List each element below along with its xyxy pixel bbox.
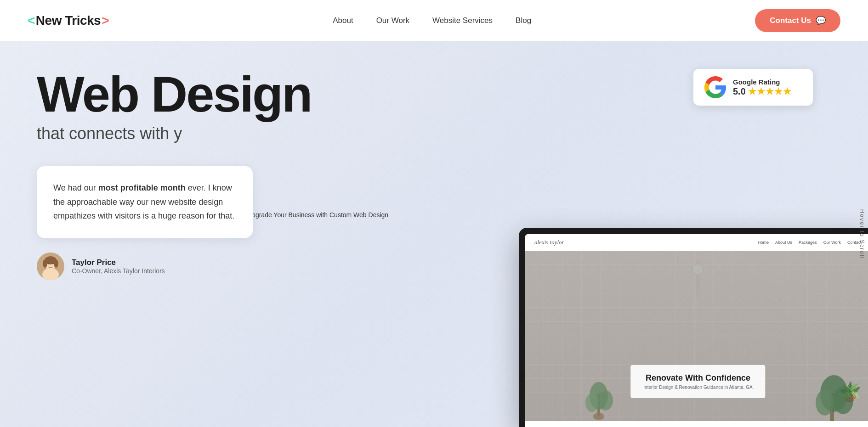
nav-about[interactable]: About <box>333 16 353 25</box>
svg-point-14 <box>598 390 613 410</box>
hero-title: Web Design <box>37 69 404 119</box>
laptop-frame: alexis taylor Home About Us Packages Our… <box>519 228 868 427</box>
chat-icon: 💬 <box>816 16 826 26</box>
mock-nav: Home About Us Packages Our Work Contact <box>758 240 862 245</box>
star-rating: ★★★★★ <box>748 86 792 96</box>
logo-bracket-right: > <box>102 13 109 28</box>
svg-point-20 <box>692 264 703 275</box>
svg-point-18 <box>833 387 853 414</box>
svg-point-13 <box>585 393 598 412</box>
hero-section: Google Rating 5.0 ★★★★★ Web Design that … <box>0 41 868 427</box>
testimonial-text-bold: most profitable month <box>98 183 186 192</box>
hover-scroll-label: Hover to Scroll <box>856 205 868 264</box>
mock-hero-area: Renovate With Confidence Interior Design… <box>525 251 868 421</box>
mock-logo: alexis taylor <box>534 239 564 246</box>
contact-button-label: Contact Us <box>770 16 811 25</box>
testimonial-card: We had our most profitable month ever. I… <box>37 166 253 238</box>
plant-right <box>811 348 857 421</box>
author-avatar <box>37 253 64 280</box>
author-title: Co-Owner, Alexis Taylor Interiors <box>72 267 165 275</box>
navbar: < New Tricks > About Our Work Website Se… <box>0 0 868 41</box>
testimonial-text-normal: We had our <box>53 183 98 192</box>
nav-our-work[interactable]: Our Work <box>376 16 409 25</box>
mock-cta-box: Renovate With Confidence Interior Design… <box>630 365 765 398</box>
hero-subtitle: that connects with y <box>37 124 831 143</box>
svg-point-5 <box>54 259 58 268</box>
mock-site-nav: alexis taylor Home About Us Packages Our… <box>525 234 868 251</box>
mock-cta-sub: Interior Design & Renovation Guidance in… <box>643 385 752 390</box>
plant-left <box>580 357 617 421</box>
logo-text: New Tricks <box>36 13 101 28</box>
mock-nav-home: Home <box>758 240 769 245</box>
rating-label: Google Rating <box>733 78 792 86</box>
svg-point-4 <box>43 259 47 268</box>
logo[interactable]: < New Tricks > <box>28 13 109 28</box>
mock-nav-packages: Packages <box>799 240 817 245</box>
author-info: Taylor Price Co-Owner, Alexis Taylor Int… <box>72 258 165 275</box>
nav-blog[interactable]: Blog <box>516 16 531 25</box>
laptop-screen: alexis taylor Home About Us Packages Our… <box>525 234 868 427</box>
laptop-mockup: alexis taylor Home About Us Packages Our… <box>519 228 868 427</box>
logo-bracket-left: < <box>28 13 35 28</box>
mock-cta-title: Renovate With Confidence <box>643 373 752 383</box>
mock-nav-work: Our Work <box>823 240 841 245</box>
svg-point-6 <box>48 263 49 264</box>
mock-nav-about: About Us <box>775 240 792 245</box>
contact-button[interactable]: Contact Us 💬 <box>755 9 840 32</box>
rating-score: 5.0 ★★★★★ <box>733 86 792 97</box>
svg-point-17 <box>816 390 834 416</box>
rating-text: Google Rating 5.0 ★★★★★ <box>733 78 792 97</box>
upgrade-label: Upgrade Your Business with Custom Web De… <box>230 211 388 219</box>
avatar-image <box>37 253 64 280</box>
svg-point-7 <box>52 263 54 264</box>
google-logo <box>704 76 726 98</box>
nav-website-services[interactable]: Website Services <box>432 16 493 25</box>
nav-links: About Our Work Website Services Blog <box>333 16 531 25</box>
shower-fixture <box>680 260 716 315</box>
google-rating-badge: Google Rating 5.0 ★★★★★ <box>693 69 813 106</box>
testimonial-text: We had our most profitable month ever. I… <box>53 181 236 223</box>
author-name: Taylor Price <box>72 258 165 267</box>
